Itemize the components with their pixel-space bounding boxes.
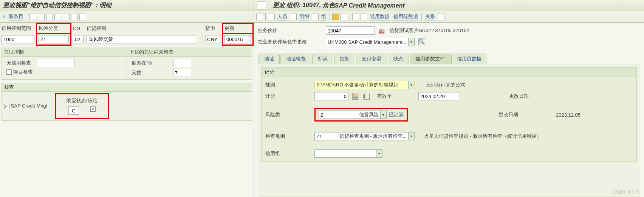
hdr-credit-ctrl-area: 信用控制范围	[2, 25, 31, 31]
risk-dropdown[interactable]: Z 信贷风险 ▾	[319, 111, 387, 119]
hdr-currency: 货币	[205, 25, 215, 31]
score-label: 计分	[265, 93, 311, 100]
credit-group-dropdown[interactable]: ▾	[314, 149, 382, 158]
hdr-update: 更新	[224, 25, 234, 31]
response-field[interactable]	[68, 106, 79, 115]
person-new-icon[interactable]	[268, 14, 275, 20]
chevron-down-icon: ▾	[376, 150, 382, 157]
deviation-field[interactable]	[173, 59, 192, 67]
delete-icon[interactable]	[38, 14, 45, 20]
copy-icon[interactable]	[29, 14, 36, 20]
tab-control[interactable]: 控制	[334, 54, 355, 64]
rule-label: 规则	[265, 82, 311, 88]
credit-group-label: 信用组	[265, 150, 311, 157]
left-title: 更改视图"维护自动信贷控制视图"：明细	[0, 0, 254, 11]
val-credit-ctrl[interactable]	[87, 35, 196, 43]
check-group: 核查 SAP Credit Mngt 响应状态/冻结	[2, 83, 252, 121]
transport-icon[interactable]	[63, 14, 70, 20]
hdr-cg: CG	[73, 26, 80, 31]
bp-desc: 信贷测试客户SD02 / 370100 370102	[389, 27, 469, 34]
changed-on2-val: 2023.12.05	[556, 112, 581, 118]
org-new-icon[interactable]	[290, 14, 297, 20]
relations-link[interactable]: 关系	[425, 13, 435, 20]
right-title-a: 更改 组织: 10047, 角色	[273, 2, 335, 9]
no-credit-check-field[interactable]	[37, 59, 74, 67]
bp-form: 业务伙伴 🏭 信贷测试客户SD02 / 370100 370102 在业务伙伴角…	[254, 23, 644, 50]
general-data-link[interactable]: 通用数据	[370, 13, 390, 20]
score-field[interactable]	[314, 92, 348, 100]
check-rule-dropdown[interactable]: Z1 信贷检查规则 - 激活所有检查... ▾	[314, 132, 415, 140]
tab-payment[interactable]: 支付交易	[356, 54, 387, 64]
toggle-icon[interactable]	[256, 14, 263, 20]
risk-code: Z	[319, 112, 327, 118]
unreleased-hdr: 下达的凭证尚未检查	[127, 48, 252, 57]
tab-address-overview[interactable]: 地址概览	[280, 54, 311, 64]
group-new-icon[interactable]	[312, 14, 319, 20]
val-update[interactable]	[224, 35, 251, 43]
chevron-down-icon: ▾	[380, 111, 386, 119]
tab-strip: 地址 地址概览 标识 控制 支付交易 状态 信用参数文件 信用度数据	[254, 54, 644, 64]
risk-label: 风险类	[265, 111, 311, 118]
person-link[interactable]: 人员	[277, 13, 287, 20]
item-check-label: 项目检查	[13, 69, 33, 75]
tab-identification[interactable]: 标识	[312, 54, 333, 64]
sap-credit-mngt-checkbox[interactable]	[4, 104, 9, 109]
bp-label: 业务伙伴	[258, 27, 322, 34]
doc-control-hdr: 凭证控制	[2, 48, 127, 57]
check-hdr: 核查	[2, 83, 252, 92]
tab-address[interactable]: 地址	[259, 54, 280, 64]
chevron-down-icon: ▾	[408, 81, 414, 89]
header-section: 信用控制范围 风险分类 CG 信贷控制 货币 更新	[0, 23, 254, 46]
right-toolbar: 人员 组织 组 通用数据 信用段数据 关系	[254, 11, 644, 23]
computed-link[interactable]: 已计算	[389, 111, 404, 118]
check-rule-label: 检查规则	[265, 133, 311, 140]
tab-credit-profile[interactable]: 信用参数文件	[410, 54, 450, 64]
val-cg[interactable]	[73, 35, 84, 43]
open-folder-icon[interactable]	[332, 14, 339, 20]
bp-field[interactable]	[326, 26, 375, 35]
changed-on2-label: 更改日期	[498, 111, 518, 118]
print-icon[interactable]	[71, 14, 78, 20]
credit-segment-link[interactable]: 信用段数据	[393, 13, 418, 20]
item-check-checkbox[interactable]	[6, 69, 12, 75]
calc-icon[interactable]: 🧮	[352, 93, 359, 100]
role-dropdown-value: UKM000 SAP Credit Management...	[326, 39, 408, 45]
right-title: 更改 组织: 10047, 角色 SAP Credit Management	[254, 0, 644, 11]
sap-credit-mngt-label: SAP Credit Mngt	[11, 103, 48, 109]
hdr-credit-ctrl: 信贷控制	[87, 25, 106, 31]
role-dropdown[interactable]: UKM000 SAP Credit Management... ▾	[326, 38, 415, 46]
check-icon[interactable]	[352, 14, 359, 20]
scoring-group: 记分 规则 STANDARD 不含自动计算的标准规则 ▾ 无计分计算的公式 计分…	[261, 67, 637, 162]
val-risk-class[interactable]	[39, 35, 69, 43]
group-link[interactable]: 组	[321, 13, 326, 20]
undo-icon[interactable]	[46, 14, 53, 20]
days-field[interactable]	[173, 69, 192, 77]
hierarchy-icon[interactable]	[361, 14, 367, 20]
role-label: 在业务伙伴角色中更改	[258, 38, 322, 45]
new-entry-link[interactable]: 新条目	[9, 13, 23, 20]
formula-label: 无计分计算的公式	[426, 82, 465, 88]
chevron-down-icon: ▾	[408, 132, 414, 140]
freeze-checkbox[interactable]	[90, 106, 96, 112]
info-icon[interactable]: ℹ	[363, 93, 370, 100]
hdr-risk-class: 风险分类	[39, 25, 58, 31]
valid-to-field[interactable]	[418, 92, 460, 100]
tab-credit-limit[interactable]: 信用度数据	[451, 54, 487, 64]
save-icon[interactable]	[54, 14, 61, 20]
risk-desc: 信贷风险	[327, 111, 380, 118]
rule-dropdown[interactable]: STANDARD 不含自动计算的标准规则 ▾	[314, 81, 415, 89]
display-icon[interactable]	[79, 14, 86, 20]
org-link[interactable]: 组织	[299, 13, 309, 20]
scoring-hdr: 记分	[262, 68, 636, 77]
factory-icon: 🏭	[379, 28, 385, 34]
val-credit-ctrl-area[interactable]	[2, 35, 34, 43]
relations-icon[interactable]	[438, 14, 444, 20]
role-search-icon[interactable]: 🔍	[418, 38, 425, 45]
rule-value: STANDARD 不含自动计算的标准规则	[315, 82, 408, 88]
changed-on1-label: 更改日期	[509, 93, 529, 100]
left-pane: 更改视图"维护自动信贷控制视图"：明细 ✎ 新条目 信用控制范围 风险分类 CG…	[0, 0, 254, 197]
display-change-icon[interactable]	[341, 14, 347, 20]
right-title-b: SAP Credit Management	[335, 2, 405, 9]
tab-status[interactable]: 状态	[388, 54, 409, 64]
left-toolbar: ✎ 新条目	[0, 11, 254, 23]
